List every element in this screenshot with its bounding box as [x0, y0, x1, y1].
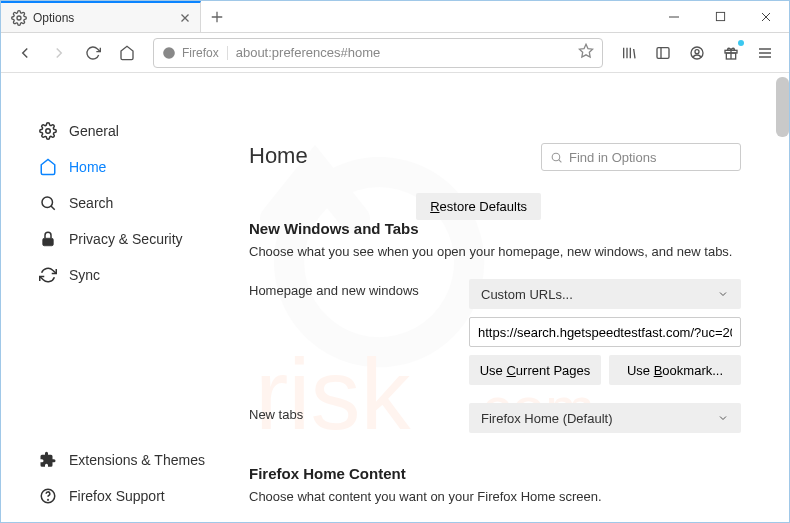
preferences-sidebar: General Home Search Privacy & Security S… [1, 73, 221, 523]
homepage-select[interactable]: Custom URLs... [469, 279, 741, 309]
home-icon [39, 158, 57, 176]
chevron-down-icon [717, 412, 729, 424]
svg-marker-3 [579, 44, 592, 57]
sidebar-item-label: Privacy & Security [69, 231, 183, 247]
use-bookmark-button[interactable]: Use Bookmark... [609, 355, 741, 385]
svg-point-16 [552, 153, 560, 161]
svg-point-12 [42, 197, 53, 208]
maximize-button[interactable] [697, 1, 743, 32]
select-value: Custom URLs... [481, 287, 573, 302]
puzzle-icon [39, 451, 57, 469]
bookmark-star-icon[interactable] [578, 43, 594, 63]
notification-dot-icon [738, 40, 744, 46]
scrollbar[interactable] [776, 77, 789, 137]
sidebar-item-search[interactable]: Search [31, 185, 221, 221]
sidebar-item-home[interactable]: Home [31, 149, 221, 185]
back-button[interactable] [9, 37, 41, 69]
nav-toolbar: Firefox about:preferences#home [1, 33, 789, 73]
restore-defaults-button[interactable]: Restore Defaults [416, 193, 541, 220]
home-button[interactable] [111, 37, 143, 69]
reload-button[interactable] [77, 37, 109, 69]
minimize-button[interactable] [651, 1, 697, 32]
search-icon [550, 151, 563, 164]
sidebar-button[interactable] [647, 37, 679, 69]
find-placeholder: Find in Options [569, 150, 656, 165]
help-icon [39, 487, 57, 505]
sidebar-item-label: Firefox Support [69, 488, 165, 504]
identity-label: Firefox [182, 46, 219, 60]
find-in-options[interactable]: Find in Options [541, 143, 741, 171]
gift-button[interactable] [715, 37, 747, 69]
homepage-url-input[interactable] [469, 317, 741, 347]
account-button[interactable] [681, 37, 713, 69]
sidebar-item-label: Sync [69, 267, 100, 283]
chevron-down-icon [717, 288, 729, 300]
library-button[interactable] [613, 37, 645, 69]
section-title: Firefox Home Content [249, 465, 741, 482]
svg-rect-4 [657, 47, 669, 58]
section-description: Choose what content you want on your Fir… [249, 488, 741, 506]
tab-title: Options [33, 11, 178, 25]
sidebar-item-extensions[interactable]: Extensions & Themes [31, 442, 221, 478]
close-icon[interactable] [178, 11, 192, 25]
browser-tab[interactable]: Options [1, 1, 201, 32]
section-title: New Windows and Tabs [249, 220, 741, 237]
svg-point-2 [163, 47, 175, 59]
close-window-button[interactable] [743, 1, 789, 32]
sidebar-item-sync[interactable]: Sync [31, 257, 221, 293]
sidebar-item-label: Search [69, 195, 113, 211]
window-controls [651, 1, 789, 32]
gear-icon [39, 122, 57, 140]
menu-button[interactable] [749, 37, 781, 69]
sidebar-item-label: Home [69, 159, 106, 175]
svg-point-0 [17, 16, 21, 20]
title-bar: Options [1, 1, 789, 33]
firefox-icon [162, 46, 176, 60]
use-current-pages-button[interactable]: Use Current Pages [469, 355, 601, 385]
forward-button[interactable] [43, 37, 75, 69]
newtabs-select[interactable]: Firefox Home (Default) [469, 403, 741, 433]
url-bar[interactable]: Firefox about:preferences#home [153, 38, 603, 68]
svg-rect-1 [716, 12, 724, 20]
search-icon [39, 194, 57, 212]
identity-box[interactable]: Firefox [162, 46, 228, 60]
url-text: about:preferences#home [228, 45, 578, 60]
preferences-main: Find in Options Restore Defaults Home Ne… [221, 73, 789, 523]
svg-point-11 [46, 129, 51, 134]
sync-icon [39, 266, 57, 284]
sidebar-item-privacy[interactable]: Privacy & Security [31, 221, 221, 257]
sidebar-item-label: General [69, 123, 119, 139]
sidebar-item-support[interactable]: Firefox Support [31, 478, 221, 514]
lock-icon [39, 230, 57, 248]
svg-rect-13 [43, 238, 54, 246]
gear-icon [11, 10, 27, 26]
select-value: Firefox Home (Default) [481, 411, 612, 426]
newtabs-label: New tabs [249, 403, 449, 422]
sidebar-item-general[interactable]: General [31, 113, 221, 149]
new-tab-button[interactable] [201, 1, 233, 32]
svg-point-15 [48, 499, 49, 500]
homepage-label: Homepage and new windows [249, 279, 449, 298]
sidebar-item-label: Extensions & Themes [69, 452, 205, 468]
svg-point-6 [695, 49, 699, 53]
section-description: Choose what you see when you open your h… [249, 243, 741, 261]
